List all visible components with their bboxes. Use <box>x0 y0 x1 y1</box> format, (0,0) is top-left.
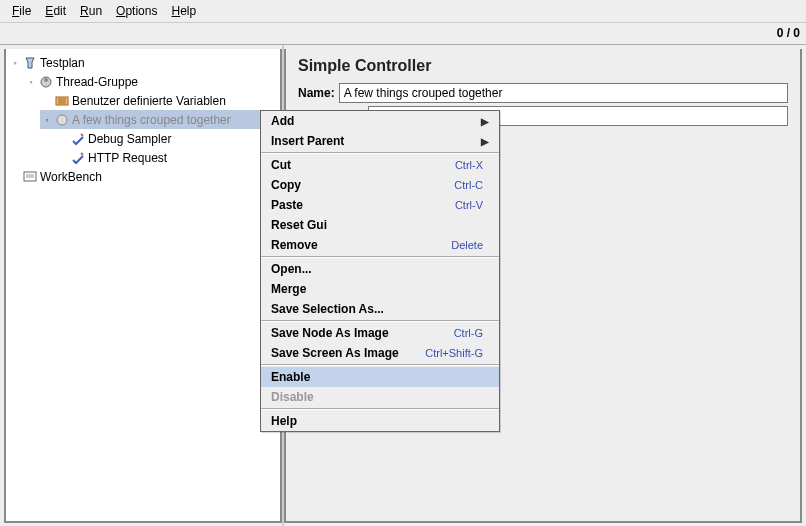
tree-label: HTTP Request <box>88 151 167 165</box>
cm-save-selection[interactable]: Save Selection As... <box>261 299 499 319</box>
cm-enable[interactable]: Enable <box>261 367 499 387</box>
controller-icon <box>54 112 70 128</box>
menu-run[interactable]: Run <box>74 2 108 20</box>
thread-counter: 0 / 0 <box>777 26 800 40</box>
tree-label: Testplan <box>40 56 85 70</box>
svg-point-1 <box>44 78 48 82</box>
cm-insert-parent[interactable]: Insert Parent▶ <box>261 131 499 151</box>
sampler-icon <box>70 131 86 147</box>
separator <box>261 152 499 154</box>
cm-help[interactable]: Help <box>261 411 499 431</box>
tree-node-user-vars[interactable]: Benutzer definierte Variablen <box>40 91 278 110</box>
workbench-icon <box>22 169 38 185</box>
config-icon <box>54 93 70 109</box>
testplan-icon <box>22 55 38 71</box>
menu-file[interactable]: File <box>6 2 37 20</box>
separator <box>261 320 499 322</box>
cm-save-node-image[interactable]: Save Node As ImageCtrl-G <box>261 323 499 343</box>
tree-node-simple-controller[interactable]: ◦ A few things crouped together <box>40 110 278 129</box>
cm-open[interactable]: Open... <box>261 259 499 279</box>
tree-node-http-request[interactable]: HTTP Request <box>56 148 278 167</box>
cm-remove[interactable]: RemoveDelete <box>261 235 499 255</box>
cm-add[interactable]: Add▶ <box>261 111 499 131</box>
sampler-icon <box>70 150 86 166</box>
separator <box>261 256 499 258</box>
tree-label: A few things crouped together <box>72 113 231 127</box>
cm-merge[interactable]: Merge <box>261 279 499 299</box>
thread-group-icon <box>38 74 54 90</box>
cm-disable: Disable <box>261 387 499 407</box>
menu-options[interactable]: Options <box>110 2 163 20</box>
panel-title: Simple Controller <box>298 57 788 75</box>
menubar: File Edit Run Options Help <box>0 0 806 23</box>
cm-save-screen-image[interactable]: Save Screen As ImageCtrl+Shift-G <box>261 343 499 363</box>
name-input[interactable] <box>339 83 788 103</box>
tree-node-thread-group[interactable]: ◦ Thread-Gruppe <box>24 72 278 91</box>
toggle-icon[interactable]: ◦ <box>42 115 52 125</box>
toggle-icon[interactable]: ◦ <box>26 77 36 87</box>
cm-paste[interactable]: PasteCtrl-V <box>261 195 499 215</box>
tree-label: Debug Sampler <box>88 132 171 146</box>
separator <box>261 408 499 410</box>
tree-node-testplan[interactable]: ◦ Testplan <box>8 53 278 72</box>
toolbar-strip: 0 / 0 <box>0 23 806 45</box>
cm-copy[interactable]: CopyCtrl-C <box>261 175 499 195</box>
menu-edit[interactable]: Edit <box>39 2 72 20</box>
chevron-right-icon: ▶ <box>481 116 489 127</box>
separator <box>261 364 499 366</box>
toggle-icon[interactable]: ◦ <box>10 58 20 68</box>
tree-panel: ◦ Testplan ◦ <box>4 49 282 523</box>
menu-help[interactable]: Help <box>165 2 202 20</box>
cm-cut[interactable]: CutCtrl-X <box>261 155 499 175</box>
tree-label: Benutzer definierte Variablen <box>72 94 226 108</box>
context-menu: Add▶ Insert Parent▶ CutCtrl-X CopyCtrl-C… <box>260 110 500 432</box>
tree-node-workbench[interactable]: WorkBench <box>8 167 278 186</box>
svg-point-3 <box>57 115 67 125</box>
name-label: Name: <box>298 86 335 100</box>
tree-node-debug-sampler[interactable]: Debug Sampler <box>56 129 278 148</box>
name-row: Name: <box>298 83 788 103</box>
cm-reset-gui[interactable]: Reset Gui <box>261 215 499 235</box>
chevron-right-icon: ▶ <box>481 136 489 147</box>
tree-label: WorkBench <box>40 170 102 184</box>
tree-label: Thread-Gruppe <box>56 75 138 89</box>
tree: ◦ Testplan ◦ <box>8 53 278 186</box>
